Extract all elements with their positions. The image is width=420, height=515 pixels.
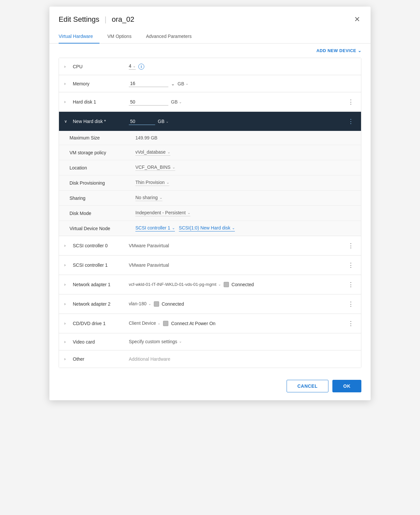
new-hard-disk-value: GB ⌄ xyxy=(129,118,346,125)
content-area: › CPU 4 ⌄ i › Memory ⌄ GB xyxy=(49,58,371,373)
scsi-1-expand-icon[interactable]: › xyxy=(64,263,70,267)
tab-advanced-parameters[interactable]: Advanced Parameters xyxy=(146,30,198,44)
scsi-0-menu-button[interactable]: ⋮ xyxy=(346,241,356,251)
title-group: Edit Settings | ora_02 xyxy=(59,15,134,24)
disk-mode-value: Independent - Persistent ⌄ xyxy=(135,210,190,216)
ok-button[interactable]: OK xyxy=(332,380,361,392)
new-hard-disk-unit-select[interactable]: GB ⌄ xyxy=(158,119,169,124)
cpu-value: 4 ⌄ i xyxy=(129,63,356,70)
hard-disk-1-input[interactable] xyxy=(129,99,168,106)
sharing-label: Sharing xyxy=(70,196,135,201)
scsi-0-label: SCSI controller 0 xyxy=(73,243,129,248)
net-2-connected-checkbox[interactable] xyxy=(154,301,159,307)
cpu-label: CPU xyxy=(73,64,129,69)
memory-chevron-icon: ⌄ xyxy=(171,81,175,86)
memory-unit-chevron-icon: ⌄ xyxy=(185,81,188,86)
cd-dvd-device-chevron-icon: ⌄ xyxy=(157,321,160,325)
scsi-0-expand-icon[interactable]: › xyxy=(64,243,70,248)
net-1-network-chevron-icon: ⌄ xyxy=(218,282,221,287)
vm-name: ora_02 xyxy=(112,15,134,24)
tab-vm-options[interactable]: VM Options xyxy=(107,30,138,44)
disk-mode-chevron-icon: ⌄ xyxy=(187,211,190,215)
video-card-chevron-icon: ⌄ xyxy=(179,339,182,344)
cd-dvd-connect-checkbox[interactable] xyxy=(163,321,168,326)
disk-mode-row: Disk Mode Independent - Persistent ⌄ xyxy=(59,206,361,221)
hard-disk-1-unit-select[interactable]: GB ⌄ xyxy=(171,99,182,105)
vdn-node-select[interactable]: SCSI(1:0) New Hard disk ⌄ xyxy=(179,225,235,231)
cpu-chevron-icon: ⌄ xyxy=(133,64,136,68)
location-chevron-icon: ⌄ xyxy=(172,165,175,169)
virtual-device-node-value: SCSI controller 1 ⌄ SCSI(1:0) New Hard d… xyxy=(135,225,235,231)
scsi-controller-1-row: › SCSI controller 1 VMware Paravirtual ⋮ xyxy=(59,256,361,275)
new-hard-disk-row: ∨ New Hard disk * GB ⌄ ⋮ xyxy=(59,112,361,131)
new-hard-disk-label: New Hard disk * xyxy=(73,119,129,124)
vm-storage-policy-label: VM storage policy xyxy=(70,150,135,155)
toolbar: ADD NEW DEVICE ⌄ xyxy=(49,44,371,58)
net-2-network-select[interactable]: vlan-180 ⌄ xyxy=(129,301,151,307)
net-1-menu-button[interactable]: ⋮ xyxy=(346,280,356,289)
video-card-expand-icon[interactable]: › xyxy=(64,340,70,344)
memory-input[interactable] xyxy=(129,80,168,87)
cpu-info-icon[interactable]: i xyxy=(138,64,144,70)
disk-mode-select[interactable]: Independent - Persistent ⌄ xyxy=(135,210,190,216)
other-row: › Other Additional Hardware xyxy=(59,350,361,368)
net-1-actions: ⋮ xyxy=(346,280,356,289)
video-card-value: Specify custom settings ⌄ xyxy=(129,339,356,345)
location-value: VCF_ORA_BINS ⌄ xyxy=(135,165,175,171)
new-hard-disk-menu-button[interactable]: ⋮ xyxy=(346,116,356,126)
title-separator: | xyxy=(105,15,107,24)
sharing-chevron-icon: ⌄ xyxy=(159,196,162,200)
sharing-select[interactable]: No sharing ⌄ xyxy=(135,195,162,201)
hard-disk-1-label: Hard disk 1 xyxy=(73,99,129,105)
net-1-network-select[interactable]: vcf-wkld-01-IT-INF-WKLD-01-vds-01-pg-mgm… xyxy=(129,282,221,288)
hard-disk-1-expand-icon[interactable]: › xyxy=(64,100,70,104)
net-1-expand-icon[interactable]: › xyxy=(64,282,70,287)
cd-dvd-row: › CD/DVD drive 1 Client Device ⌄ Connect… xyxy=(59,314,361,333)
disk-provisioning-select[interactable]: Thin Provision ⌄ xyxy=(135,180,169,186)
cpu-expand-icon[interactable]: › xyxy=(64,64,70,69)
vdn-controller-select[interactable]: SCSI controller 1 ⌄ xyxy=(135,225,175,231)
vdn-node-chevron-icon: ⌄ xyxy=(232,226,235,230)
net-2-menu-button[interactable]: ⋮ xyxy=(346,299,356,309)
cd-dvd-device-select[interactable]: Client Device ⌄ xyxy=(129,320,160,326)
disk-provisioning-value: Thin Provision ⌄ xyxy=(135,180,169,186)
vm-storage-policy-select[interactable]: vVol_database ⌄ xyxy=(135,149,170,156)
memory-expand-icon[interactable]: › xyxy=(64,81,70,86)
new-hard-disk-expand-icon[interactable]: ∨ xyxy=(64,119,70,124)
location-select[interactable]: VCF_ORA_BINS ⌄ xyxy=(135,165,175,171)
vm-storage-policy-chevron-icon: ⌄ xyxy=(167,150,170,154)
other-expand-icon[interactable]: › xyxy=(64,357,70,361)
virtual-device-node-row: Virtual Device Node SCSI controller 1 ⌄ … xyxy=(59,221,361,236)
cancel-button[interactable]: CANCEL xyxy=(287,380,328,392)
tab-virtual-hardware[interactable]: Virtual Hardware xyxy=(59,30,99,44)
video-card-row: › Video card Specify custom settings ⌄ xyxy=(59,333,361,350)
hard-disk-1-row: › Hard disk 1 GB ⌄ ⋮ xyxy=(59,92,361,112)
video-card-settings-select[interactable]: Specify custom settings ⌄ xyxy=(129,339,182,345)
close-button[interactable]: ✕ xyxy=(353,15,361,24)
hard-disk-1-value: GB ⌄ xyxy=(129,99,346,106)
net-2-label: Network adapter 2 xyxy=(73,301,129,307)
scsi-1-menu-button[interactable]: ⋮ xyxy=(346,260,356,270)
modal-footer: CANCEL OK xyxy=(49,373,371,400)
disk-mode-label: Disk Mode xyxy=(70,211,135,216)
scsi-0-value: VMware Paravirtual xyxy=(129,243,346,248)
new-hard-disk-actions: ⋮ xyxy=(346,116,356,126)
hard-disk-1-menu-button[interactable]: ⋮ xyxy=(346,97,356,107)
disk-provisioning-label: Disk Provisioning xyxy=(70,180,135,186)
memory-unit-select[interactable]: GB ⌄ xyxy=(178,81,188,86)
add-new-device-button[interactable]: ADD NEW DEVICE ⌄ xyxy=(316,48,361,53)
net-1-label: Network adapter 1 xyxy=(73,282,129,287)
cd-dvd-menu-button[interactable]: ⋮ xyxy=(346,318,356,328)
scsi-1-label: SCSI controller 1 xyxy=(73,262,129,268)
memory-row: › Memory ⌄ GB ⌄ xyxy=(59,75,361,92)
network-adapter-1-row: › Network adapter 1 vcf-wkld-01-IT-INF-W… xyxy=(59,275,361,294)
max-size-row: Maximum Size 149.99 GB xyxy=(59,131,361,145)
net-1-connected-checkbox[interactable] xyxy=(224,282,229,287)
modal-title: Edit Settings xyxy=(59,15,99,24)
net-2-value: vlan-180 ⌄ Connected xyxy=(129,301,346,307)
cd-dvd-expand-icon[interactable]: › xyxy=(64,321,70,326)
net-2-expand-icon[interactable]: › xyxy=(64,302,70,306)
max-size-value: 149.99 GB xyxy=(135,135,157,140)
cpu-count-select[interactable]: 4 ⌄ xyxy=(129,63,136,70)
new-hard-disk-input[interactable] xyxy=(129,118,155,125)
